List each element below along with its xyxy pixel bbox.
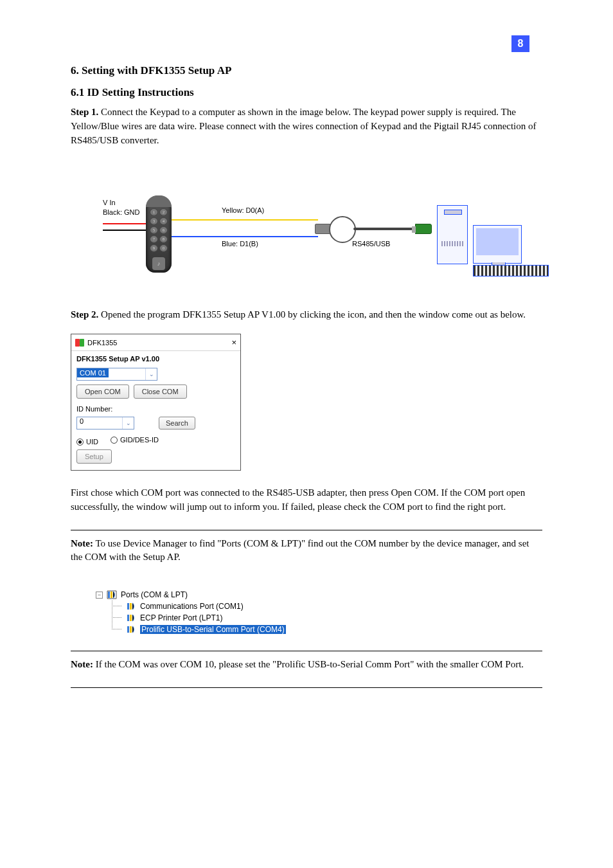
com-port-icon (126, 602, 136, 611)
subsection-title: 6.1 ID Setting Instructions (71, 86, 542, 99)
wire-gnd (103, 230, 147, 231)
chevron-down-icon: ⌄ (122, 417, 134, 429)
radio-dot-off-icon (111, 437, 118, 444)
step2-explanation: First chose which COM port was connected… (71, 486, 542, 514)
page-number-badge: 8 (511, 35, 529, 52)
note2-paragraph: Note: If the COM was over COM 10, please… (71, 658, 542, 672)
wire-d0 (172, 219, 318, 221)
radio-dot-on-icon (76, 439, 84, 446)
note2-b: Prolific USB-to-Serial Comm Port (276, 659, 410, 669)
note-label: Note: (71, 659, 93, 669)
id-number-select[interactable]: 0 ⌄ (76, 417, 134, 429)
wire-d1 (172, 236, 318, 237)
app-heading: DFK1355 Setup AP v1.00 (76, 355, 235, 363)
note1-b: Ports (COM & LPT) (221, 538, 301, 548)
label-yellow-d0: Yellow: D0(A) (222, 206, 264, 214)
divider (71, 651, 542, 651)
keypad-device: 1234567890 ♪ (146, 195, 172, 273)
divider (71, 530, 542, 530)
dm-item1-row: Communications Port (COM1) (90, 601, 542, 612)
dm-item2-row: ECP Printer Port (LPT1) (90, 612, 542, 624)
search-button[interactable]: Search (159, 417, 195, 429)
pc-keyboard-icon (473, 265, 549, 276)
pc-tower-icon (437, 205, 468, 264)
dm-root-label: Ports (COM & LPT) (121, 590, 188, 599)
setup-button[interactable]: Setup (76, 449, 112, 464)
chevron-down-icon: ⌄ (145, 368, 157, 380)
usb-serial-port-icon (126, 625, 136, 634)
dm-root-row: − Ports (COM & LPT) (90, 589, 542, 601)
dm-item2-label: ECP Printer Port (LPT1) (140, 613, 222, 622)
keypad-top (146, 195, 172, 207)
device-manager-tree: − Ports (COM & LPT) Communications Port … (90, 589, 542, 635)
step1-paragraph: Step 1. Connect the Keypad to a computer… (71, 105, 542, 147)
wire-vin (103, 223, 147, 224)
com-port-value: COM 01 (77, 368, 109, 377)
port-category-icon (107, 590, 117, 599)
converter-cable-icon (353, 228, 418, 230)
uid-radio[interactable]: UID (76, 438, 98, 446)
com-port-select[interactable]: COM 01 ⌄ (76, 368, 157, 381)
dm-item3-label: Prolific USB-to-Serial Comm Port (COM4) (140, 625, 286, 634)
app-window-icon (75, 338, 84, 347)
tree-collapse-icon[interactable]: − (96, 592, 103, 599)
step2-paragraph: Step 2. Opened the program DFK1355 Setup… (71, 308, 542, 322)
step2-lead: Step 2. (71, 309, 98, 320)
dm-item3-row: Prolific USB-to-Serial Comm Port (COM4) (90, 624, 542, 635)
step1-lead: Step 1. (71, 107, 98, 117)
note2-c: with the smaller COM Port. (414, 659, 524, 669)
setup-app-screenshot: DFK1355 × DFK1355 Setup AP v1.00 COM 01 … (71, 334, 241, 471)
converter-usb-icon (415, 224, 432, 234)
close-icon[interactable]: × (231, 338, 236, 347)
step2-text: Opened the program DFK1355 Setup AP V1.0… (98, 309, 526, 320)
close-com-button[interactable]: Close COM (134, 384, 187, 399)
computer-illustration (437, 205, 565, 273)
lpt-port-icon (126, 613, 136, 622)
note2-a: If the COM was over COM 10, please set t… (93, 659, 272, 669)
converter-ring-icon (329, 216, 356, 243)
pc-monitor-icon (473, 225, 522, 264)
section-title: 6. Setting with DFK1355 Setup AP (71, 64, 542, 77)
divider (71, 687, 542, 688)
uid-radio-label: UID (86, 438, 98, 446)
id-number-label: ID Number: (76, 405, 235, 413)
label-vin: V In (103, 199, 116, 206)
step1-text: Connect the Keypad to a computer as show… (71, 107, 537, 145)
keypad-bell-icon: ♪ (152, 257, 165, 270)
wiring-diagram: V In Black: GND Yellow: D0(A) Blue: D1(B… (71, 160, 542, 308)
keypad-keys: 1234567890 (150, 208, 168, 255)
note1-paragraph: Note: To use Device Manager to find "Por… (71, 537, 542, 565)
dm-item1-label: Communications Port (COM1) (140, 602, 244, 611)
app-title: DFK1355 (87, 339, 117, 347)
label-black-gnd: Black: GND (103, 208, 139, 216)
note-label: Note: (71, 538, 93, 548)
id-number-value: 0 (77, 416, 86, 426)
converter-jack-icon (315, 224, 330, 234)
giddes-radio[interactable]: GID/DES-ID (111, 436, 159, 444)
label-blue-d1: Blue: D1(B) (222, 240, 258, 248)
open-com-button[interactable]: Open COM (76, 384, 129, 399)
note1-a: To use Device Manager to find (93, 538, 217, 548)
giddes-radio-label: GID/DES-ID (120, 436, 159, 444)
rs485-usb-converter (315, 215, 443, 253)
